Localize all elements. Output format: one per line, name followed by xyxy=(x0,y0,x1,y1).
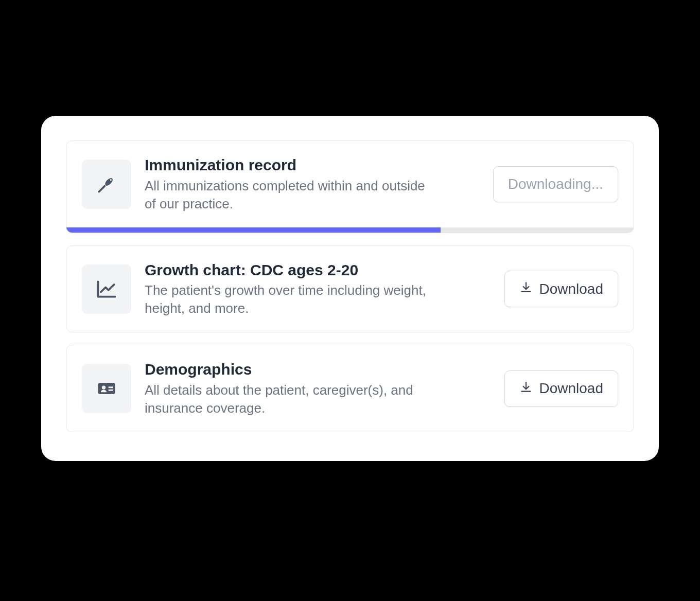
downloading-button: Downloading... xyxy=(493,166,618,202)
progress-fill xyxy=(66,227,441,233)
svg-rect-5 xyxy=(109,390,113,391)
record-card-immunization: Immunization record All immunizations co… xyxy=(66,140,634,233)
record-title: Demographics xyxy=(145,360,491,379)
button-label: Download xyxy=(539,281,603,297)
record-description: The patient's growth over time including… xyxy=(145,281,433,317)
download-icon xyxy=(519,280,533,297)
needle-icon xyxy=(82,160,131,209)
record-title: Immunization record xyxy=(145,155,480,175)
download-button[interactable]: Download xyxy=(504,370,618,407)
record-description: All details about the patient, caregiver… xyxy=(145,381,433,417)
svg-point-3 xyxy=(102,386,106,390)
id-card-icon xyxy=(82,364,131,413)
line-chart-icon xyxy=(82,264,131,314)
svg-point-0 xyxy=(104,176,114,187)
card-row: Demographics All details about the patie… xyxy=(66,345,634,432)
svg-point-1 xyxy=(110,179,112,181)
card-row: Growth chart: CDC ages 2-20 The patient'… xyxy=(66,246,634,332)
download-icon xyxy=(519,380,533,397)
records-panel: Immunization record All immunizations co… xyxy=(41,116,659,461)
button-label: Download xyxy=(539,380,603,397)
record-text: Demographics All details about the patie… xyxy=(145,360,491,417)
button-label: Downloading... xyxy=(508,176,603,192)
record-description: All immunizations completed within and o… xyxy=(145,177,433,213)
record-card-growth-chart: Growth chart: CDC ages 2-20 The patient'… xyxy=(66,245,634,333)
record-text: Immunization record All immunizations co… xyxy=(145,155,480,213)
card-row: Immunization record All immunizations co… xyxy=(66,141,634,227)
download-button[interactable]: Download xyxy=(504,271,618,307)
svg-rect-2 xyxy=(98,383,115,394)
record-text: Growth chart: CDC ages 2-20 The patient'… xyxy=(145,260,491,318)
record-card-demographics: Demographics All details about the patie… xyxy=(66,345,634,432)
progress-bar xyxy=(66,227,634,233)
record-title: Growth chart: CDC ages 2-20 xyxy=(145,260,491,280)
svg-rect-4 xyxy=(109,387,113,388)
